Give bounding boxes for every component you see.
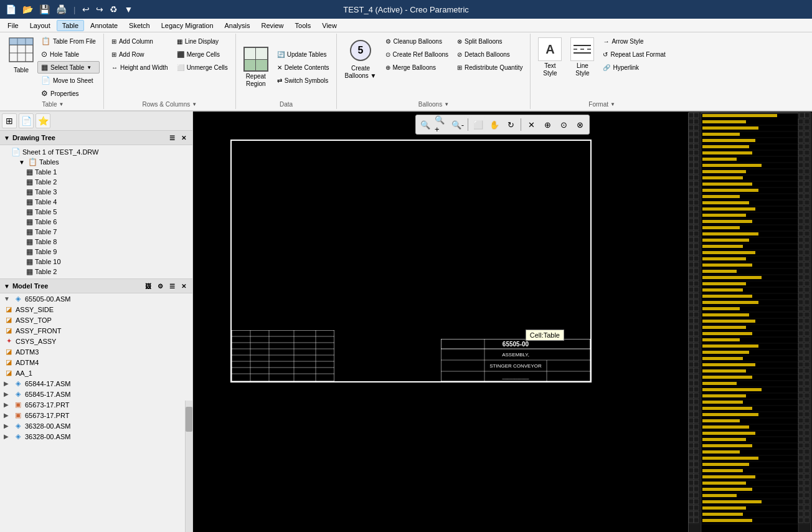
- table2-item[interactable]: ▦ Table 2: [0, 177, 192, 187]
- asm4-item[interactable]: ▶ ◈ 36328-00.ASM: [0, 431, 192, 442]
- redistribute-button[interactable]: ⊞ Redistribute Quantity: [453, 61, 526, 74]
- drawing-tree-settings[interactable]: ☰: [167, 133, 177, 143]
- hole-table-button[interactable]: ⊙ Hole Table: [37, 48, 100, 60]
- root-model-item[interactable]: ▼ ◈ 65505-00.ASM: [0, 293, 192, 304]
- update-tables-button[interactable]: 🔄 Update Tables: [273, 48, 333, 60]
- rows-cols-arrow[interactable]: ▼: [192, 102, 197, 107]
- panel-tool-star[interactable]: ⭐: [35, 113, 50, 128]
- prt2-item[interactable]: ▶ ▣ 65673-17.PRT: [0, 410, 192, 420]
- delete-contents-button[interactable]: ✕ Delete Contents: [273, 61, 333, 74]
- menu-sketch[interactable]: Sketch: [124, 21, 155, 31]
- menu-tools[interactable]: Tools: [290, 21, 316, 31]
- table1-item[interactable]: ▦ Table 1: [0, 167, 192, 177]
- panel-tool-grid[interactable]: ⊞: [2, 113, 17, 128]
- prt1-item[interactable]: ▶ ▣ 65673-17.PRT: [0, 399, 192, 410]
- tool1-button[interactable]: ✕: [524, 117, 539, 132]
- table7-item[interactable]: ▦ Table 7: [0, 227, 192, 237]
- table5-item[interactable]: ▦ Table 5: [0, 207, 192, 217]
- create-balloons-button[interactable]: 5 Create Balloons ▼: [341, 35, 380, 82]
- detach-balloons-button[interactable]: ⊘ Detach Balloons: [453, 48, 526, 60]
- assy-front-item[interactable]: ◪ ASSY_FRONT: [0, 325, 192, 336]
- line-display-button[interactable]: ▦ Line Display: [173, 35, 232, 47]
- tool2-button[interactable]: ⊕: [540, 117, 555, 132]
- menu-annotate[interactable]: Annotate: [85, 21, 123, 31]
- arrow-style-button[interactable]: → Arrow Style: [599, 35, 669, 47]
- add-column-button[interactable]: ⊞ Add Column: [108, 35, 172, 47]
- table6-item[interactable]: ▦ Table 6: [0, 217, 192, 227]
- sheet-item[interactable]: 📄 Sheet 1 of TEST_4.DRW: [0, 147, 192, 157]
- table2b-item[interactable]: ▦ Table 2: [0, 267, 192, 277]
- menu-file[interactable]: File: [2, 21, 24, 31]
- hyperlink-button[interactable]: 🔗 Hyperlink: [599, 61, 669, 74]
- merge-balloons-button[interactable]: ⊕ Merge Balloons: [382, 61, 453, 74]
- menu-table[interactable]: Table: [57, 20, 84, 31]
- undo-button[interactable]: ↩: [80, 3, 92, 16]
- adtm4-item[interactable]: ◪ ADTM4: [0, 357, 192, 368]
- move-to-sheet-button[interactable]: 📄 Move to Sheet: [37, 74, 100, 87]
- assy-top-item[interactable]: ◪ ASSY_TOP: [0, 315, 192, 325]
- model-tree-close[interactable]: ✕: [179, 281, 189, 291]
- height-width-button[interactable]: ↔ Height and Width: [108, 61, 172, 74]
- asm3-item[interactable]: ▶ ◈ 36328-00.ASM: [0, 420, 192, 431]
- regen-button[interactable]: ♻: [108, 3, 120, 16]
- asm1-item[interactable]: ▶ ◈ 65844-17.ASM: [0, 378, 192, 389]
- table9-item[interactable]: ▦ Table 9: [0, 247, 192, 257]
- text-style-button[interactable]: A Text Style: [534, 35, 565, 80]
- print-button[interactable]: 🖨️: [54, 3, 68, 16]
- table-group-arrow[interactable]: ▼: [59, 102, 64, 107]
- redo-button[interactable]: ↪: [94, 3, 105, 16]
- new-button[interactable]: 📄: [4, 3, 18, 16]
- menu-legacy[interactable]: Legacy Migration: [156, 21, 219, 31]
- zoom-in-button[interactable]: 🔍+: [434, 117, 449, 132]
- format-arrow[interactable]: ▼: [610, 102, 615, 107]
- table-from-file-button[interactable]: 📋 Table From File: [37, 35, 100, 47]
- properties-button[interactable]: ⚙ Properties: [37, 87, 100, 100]
- unmerge-cells-button[interactable]: ⬜ Unmerge Cells: [173, 61, 232, 74]
- menu-view[interactable]: View: [317, 21, 342, 31]
- cleanup-balloons-button[interactable]: ⚙ Cleanup Balloons: [382, 35, 453, 47]
- asm2-item[interactable]: ▶ ◈ 65845-17.ASM: [0, 389, 192, 399]
- create-ref-balloons-button[interactable]: ⊙ Create Ref Balloons: [382, 48, 453, 60]
- open-button[interactable]: 📂: [21, 3, 35, 16]
- merge-cells-button[interactable]: ⬛ Merge Cells: [173, 48, 232, 60]
- menu-review[interactable]: Review: [257, 21, 289, 31]
- drawing-tree-close[interactable]: ✕: [179, 133, 189, 143]
- model-tree-icon2[interactable]: ⚙: [155, 281, 165, 291]
- scrollbar-thumb[interactable]: [186, 407, 192, 432]
- table3-item[interactable]: ▦ Table 3: [0, 187, 192, 197]
- save-button[interactable]: 💾: [37, 3, 52, 16]
- rotate-button[interactable]: ↻: [503, 117, 518, 132]
- adtm3-item[interactable]: ◪ ADTM3: [0, 346, 192, 357]
- select-button[interactable]: ⬜: [471, 117, 486, 132]
- tool3-button[interactable]: ⊙: [556, 117, 571, 132]
- scrollbar-track[interactable]: [185, 401, 192, 532]
- tool4-button[interactable]: ⊗: [572, 117, 587, 132]
- split-balloons-button[interactable]: ⊗ Split Balloons: [453, 35, 526, 47]
- drawing-canvas[interactable]: 65505-00 ASSEMBLY, STINGER CONVEYOR ____…: [193, 112, 687, 532]
- pan-button[interactable]: ✋: [487, 117, 502, 132]
- panel-tool-doc[interactable]: 📄: [19, 113, 34, 128]
- csys-assy-item[interactable]: ✦ CSYS_ASSY: [0, 336, 192, 346]
- model-tree-icon1[interactable]: 🖼: [143, 281, 153, 291]
- table-big-icon[interactable]: Table: [6, 35, 36, 76]
- menu-layout[interactable]: Layout: [25, 21, 55, 31]
- repeat-last-format-button[interactable]: ↺ Repeat Last Format: [599, 48, 669, 60]
- model-tree-settings[interactable]: ☰: [167, 281, 177, 291]
- balloons-arrow[interactable]: ▼: [444, 102, 449, 107]
- drawing-tree-header[interactable]: ▼ Drawing Tree ☰ ✕: [0, 131, 192, 145]
- menu-analysis[interactable]: Analysis: [220, 21, 255, 31]
- add-row-button[interactable]: ⊞ Add Row: [108, 48, 172, 60]
- qa-more-button[interactable]: ▼: [122, 3, 135, 16]
- table4-item[interactable]: ▦ Table 4: [0, 197, 192, 207]
- line-style-button[interactable]: Line Style: [567, 35, 598, 80]
- model-tree-header[interactable]: ▼ Model Tree 🖼 ⚙ ☰ ✕: [0, 279, 192, 293]
- zoom-out-button[interactable]: 🔍-: [450, 117, 465, 132]
- aa1-item[interactable]: ◪ AA_1: [0, 368, 192, 378]
- table10-item[interactable]: ▦ Table 10: [0, 257, 192, 267]
- repeat-region-button[interactable]: Repeat Region: [240, 44, 272, 90]
- table8-item[interactable]: ▦ Table 8: [0, 237, 192, 247]
- zoom-fit-button[interactable]: 🔍: [418, 117, 433, 132]
- tables-node[interactable]: ▼ 📋 Tables: [0, 157, 192, 167]
- select-table-button[interactable]: ▦ Select Table ▼: [37, 61, 100, 74]
- assy-side-item[interactable]: ◪ ASSY_SIDE: [0, 304, 192, 315]
